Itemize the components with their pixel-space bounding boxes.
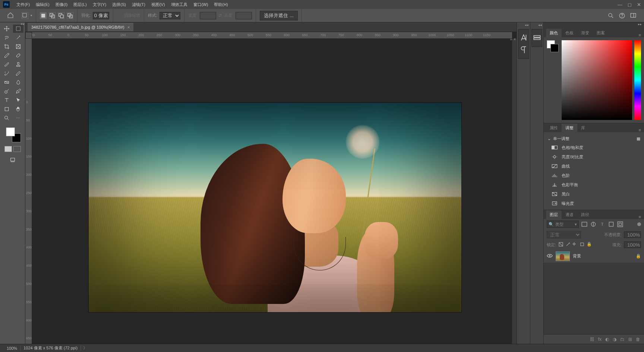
frame-tool-icon[interactable]: [13, 42, 23, 51]
canvas-viewport[interactable]: [32, 39, 512, 344]
dodge-tool-icon[interactable]: [1, 87, 12, 95]
zoom-level[interactable]: 100%: [4, 346, 20, 351]
filter-adjustment-icon[interactable]: [590, 221, 597, 228]
status-more-icon[interactable]: 〉: [81, 345, 89, 351]
layer-fx-icon[interactable]: fx: [598, 337, 602, 342]
feather-input[interactable]: [93, 12, 109, 19]
color-panel-swatches[interactable]: [547, 40, 559, 120]
scrollbar-vertical[interactable]: »×: [512, 39, 517, 344]
zoom-tool-icon[interactable]: [1, 114, 12, 122]
selection-add-icon[interactable]: [49, 12, 56, 19]
history-brush-tool-icon[interactable]: [1, 69, 12, 77]
wand-tool-icon[interactable]: [13, 34, 23, 42]
menu-select[interactable]: 选择(S): [109, 2, 129, 7]
crop-tool-icon[interactable]: [1, 42, 12, 51]
window-close-icon[interactable]: ✕: [637, 2, 641, 7]
screen-mode-icon[interactable]: [7, 156, 18, 164]
lock-position-icon[interactable]: [565, 242, 571, 248]
fill-input[interactable]: [624, 241, 641, 248]
tab-patterns[interactable]: 图案: [593, 29, 609, 37]
layer-name[interactable]: 背景: [573, 253, 633, 259]
help-icon[interactable]: [619, 12, 625, 19]
path-select-tool-icon[interactable]: [13, 96, 23, 104]
more-tools-icon[interactable]: ⋯: [13, 114, 23, 122]
layer-row[interactable]: 背景 🔒: [544, 250, 644, 263]
menu-view[interactable]: 视图(V): [148, 2, 168, 7]
document-tab[interactable]: 34821750786_cf87af7aa0_b.jpg @ 100%(RGB/…: [28, 23, 133, 31]
menu-type[interactable]: 文字(Y): [90, 2, 110, 7]
character-panel-icon[interactable]: [519, 33, 528, 43]
window-maximize-icon[interactable]: ◻: [628, 2, 632, 7]
adj-black-white[interactable]: 黑白: [544, 190, 644, 199]
dock-collapse-icon[interactable]: ◂◂: [525, 23, 528, 27]
ruler-horizontal[interactable]: 1005005010015020025030035040045050055060…: [32, 32, 512, 39]
lasso-tool-icon[interactable]: [1, 34, 12, 42]
menu-layer[interactable]: 图层(L): [70, 2, 89, 7]
menu-window[interactable]: 窗口(W): [190, 2, 211, 7]
menu-plugins[interactable]: 增效工具: [168, 2, 190, 7]
menu-image[interactable]: 图像(I): [53, 2, 70, 7]
menu-file[interactable]: 文件(F): [13, 2, 33, 7]
tab-gradients[interactable]: 渐变: [577, 29, 593, 37]
panel-menu-icon[interactable]: ≡: [636, 33, 644, 37]
tab-properties[interactable]: 属性: [546, 124, 562, 132]
tab-channels[interactable]: 通道: [562, 210, 577, 219]
adjustments-header[interactable]: ⌄ 单一调整 ▦: [544, 134, 644, 143]
gradient-tool-icon[interactable]: [1, 78, 12, 86]
home-icon[interactable]: [7, 12, 14, 19]
stamp-tool-icon[interactable]: [13, 60, 23, 69]
hue-slider[interactable]: [634, 40, 641, 120]
heal-tool-icon[interactable]: [13, 51, 23, 60]
search-icon[interactable]: [607, 12, 614, 19]
close-tab-icon[interactable]: ×: [127, 25, 130, 29]
paragraph-panel-icon[interactable]: [519, 45, 528, 55]
style-select[interactable]: 正常: [160, 12, 180, 19]
select-and-mask-button[interactable]: 选择并遮住 ...: [260, 11, 298, 20]
grid-view-icon[interactable]: ▦: [637, 136, 640, 141]
layer-group-icon[interactable]: 🗀: [620, 337, 625, 342]
selection-subtract-icon[interactable]: [58, 12, 64, 19]
filter-toggle[interactable]: [637, 222, 641, 226]
lock-all-icon[interactable]: 🔒: [587, 242, 592, 248]
color-picker-field[interactable]: [562, 40, 632, 120]
layer-filter-select[interactable]: 🔍 类型▾: [547, 221, 579, 228]
filter-smart-icon[interactable]: [617, 221, 624, 228]
adj-levels[interactable]: 色阶: [544, 171, 644, 180]
marquee-tool-icon[interactable]: [13, 25, 23, 33]
layer-thumbnail[interactable]: [556, 251, 570, 261]
tab-layers[interactable]: 图层: [546, 210, 562, 219]
panel-background-swatch[interactable]: [550, 44, 559, 52]
ruler-vertical[interactable]: 0501001502002503003504004505005506006507…: [25, 39, 32, 344]
selection-new-icon[interactable]: [40, 12, 47, 19]
foreground-color[interactable]: [6, 127, 15, 136]
image-canvas[interactable]: [89, 103, 461, 312]
ruler-origin[interactable]: [25, 32, 32, 39]
visibility-toggle-icon[interactable]: [547, 254, 553, 259]
menu-edit[interactable]: 编辑(E): [33, 2, 53, 7]
color-swatches[interactable]: [6, 127, 21, 142]
panels-collapse-icon[interactable]: ▸▸: [544, 22, 644, 28]
menu-help[interactable]: 帮助(H): [211, 2, 231, 7]
shape-tool-icon[interactable]: [1, 105, 12, 113]
tab-color[interactable]: 颜色: [546, 29, 562, 37]
adj-curves[interactable]: 曲线: [544, 162, 644, 171]
pen-tool-icon[interactable]: [13, 87, 23, 95]
tab-adjustments[interactable]: 调整: [562, 124, 577, 132]
new-layer-icon[interactable]: ⊞: [628, 337, 632, 342]
hand-tool-icon[interactable]: [13, 105, 23, 113]
history-panel-icon[interactable]: [532, 33, 542, 43]
blend-mode-select[interactable]: 正常: [547, 231, 581, 238]
selection-intersect-icon[interactable]: [67, 12, 73, 19]
delete-layer-icon[interactable]: 🗑: [636, 337, 640, 342]
tab-paths[interactable]: 路径: [577, 210, 593, 219]
window-minimize-icon[interactable]: —: [618, 2, 622, 7]
panel-menu-icon[interactable]: ≡: [636, 215, 644, 219]
doc-close-icon[interactable]: ×: [514, 37, 516, 41]
adj-brightness[interactable]: 亮度/对比度: [544, 152, 644, 162]
tool-preset-icon[interactable]: [22, 12, 28, 19]
tab-libraries[interactable]: 库: [577, 124, 589, 132]
type-tool-icon[interactable]: [1, 96, 12, 104]
tab-swatches[interactable]: 色板: [562, 29, 577, 37]
lock-artboard-icon[interactable]: [580, 242, 585, 248]
filter-pixel-icon[interactable]: [581, 221, 588, 228]
